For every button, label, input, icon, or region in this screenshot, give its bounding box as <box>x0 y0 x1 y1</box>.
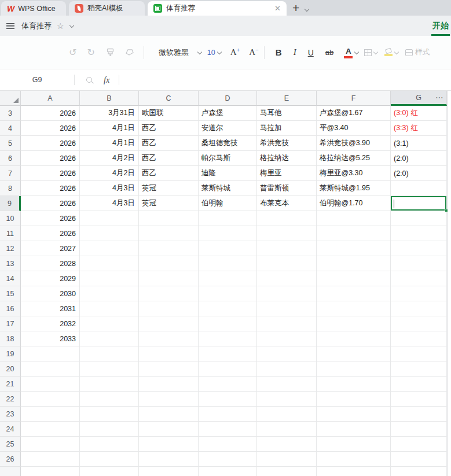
cell-D4[interactable]: 安道尔 <box>199 121 257 136</box>
cell-A18[interactable]: 2033 <box>21 331 80 346</box>
cell-B23[interactable] <box>80 407 139 422</box>
cell-D9[interactable]: 伯明翰 <box>199 196 257 211</box>
cell-A12[interactable]: 2027 <box>21 241 80 256</box>
cell-F17[interactable] <box>317 316 391 331</box>
row-header-14[interactable]: 14 <box>0 271 21 286</box>
cell-A20[interactable] <box>21 361 80 377</box>
cell-F20[interactable] <box>317 361 391 377</box>
main-menu-icon[interactable] <box>6 23 14 29</box>
cell-F27[interactable] <box>317 467 391 476</box>
cell-C11[interactable] <box>139 226 199 241</box>
cell-B4[interactable]: 4月1日 <box>80 121 139 136</box>
cell-A11[interactable]: 2026 <box>21 226 80 241</box>
cell-E21[interactable] <box>257 377 317 392</box>
cell-F3[interactable]: 卢森堡@1.67 <box>317 106 391 121</box>
cell-A13[interactable]: 2028 <box>21 256 80 271</box>
cell-B18[interactable] <box>80 331 139 346</box>
row-header-22[interactable]: 22 <box>0 392 21 407</box>
strikethrough-button[interactable]: ab <box>325 48 333 57</box>
cell-D24[interactable] <box>199 422 257 437</box>
cell-D14[interactable] <box>199 271 257 286</box>
cell-G11[interactable] <box>391 226 447 241</box>
row-header-24[interactable]: 24 <box>0 422 21 437</box>
cell-A10[interactable]: 2026 <box>21 211 80 226</box>
close-tab-icon[interactable]: ✕ <box>274 4 281 13</box>
cell-G15[interactable] <box>391 286 447 301</box>
cell-G19[interactable] <box>391 346 447 361</box>
cell-F22[interactable] <box>317 392 391 407</box>
new-tab-button[interactable]: + <box>292 2 299 14</box>
increase-font-button[interactable]: A+ <box>230 47 240 57</box>
cell-F16[interactable] <box>317 301 391 316</box>
cell-A23[interactable] <box>21 407 80 422</box>
column-header-C[interactable]: C <box>139 91 199 106</box>
column-header-A[interactable]: A <box>21 91 80 106</box>
decrease-font-button[interactable]: A− <box>249 47 259 57</box>
cell-A17[interactable]: 2032 <box>21 316 80 331</box>
cell-G10[interactable] <box>391 211 447 226</box>
cell-D10[interactable] <box>199 211 257 226</box>
cell-B9[interactable]: 4月3日 <box>80 196 139 211</box>
cell-A24[interactable] <box>21 422 80 437</box>
cell-E26[interactable] <box>257 452 317 467</box>
cell-C6[interactable]: 西乙 <box>139 151 199 166</box>
cell-C20[interactable] <box>139 361 199 377</box>
cell-A4[interactable]: 2026 <box>21 121 80 136</box>
cell-C5[interactable]: 西乙 <box>139 136 199 151</box>
font-name-chevron-icon[interactable] <box>197 49 202 54</box>
tab-sports-recommendation[interactable]: 体育推荐 ✕ <box>148 1 287 16</box>
column-header-D[interactable]: D <box>199 91 257 106</box>
eraser-icon[interactable] <box>124 48 134 57</box>
cell-D21[interactable] <box>199 377 257 392</box>
row-header-9[interactable]: 9 <box>0 196 21 211</box>
cell-A27[interactable] <box>21 467 80 476</box>
column-header-F[interactable]: F <box>317 91 391 106</box>
column-header-B[interactable]: B <box>80 91 139 106</box>
cell-A3[interactable]: 2026 <box>21 106 80 121</box>
cell-C16[interactable] <box>139 301 199 316</box>
row-header-6[interactable]: 6 <box>0 151 21 166</box>
cell-C19[interactable] <box>139 346 199 361</box>
cell-name-box[interactable]: G9 <box>0 76 74 84</box>
cell-B19[interactable] <box>80 346 139 361</box>
cell-D12[interactable] <box>199 241 257 256</box>
cell-E5[interactable]: 希洪竞技 <box>257 136 317 151</box>
row-header-17[interactable]: 17 <box>0 316 21 331</box>
cell-G16[interactable] <box>391 301 447 316</box>
cell-A15[interactable]: 2030 <box>21 286 80 301</box>
cell-E14[interactable] <box>257 271 317 286</box>
cell-G26[interactable] <box>391 452 447 467</box>
row-header-26[interactable]: 26 <box>0 452 21 467</box>
cell-F24[interactable] <box>317 422 391 437</box>
row-header-12[interactable]: 12 <box>0 241 21 256</box>
cell-D27[interactable] <box>199 467 257 476</box>
row-header-18[interactable]: 18 <box>0 331 21 346</box>
cell-G9[interactable] <box>391 196 447 211</box>
cell-G23[interactable] <box>391 407 447 422</box>
cell-A9[interactable]: 2026 <box>21 196 80 211</box>
ribbon-tab-home[interactable]: 开始 <box>431 21 450 36</box>
cell-E13[interactable] <box>257 256 317 271</box>
cell-G22[interactable] <box>391 392 447 407</box>
cell-C8[interactable]: 英冠 <box>139 181 199 196</box>
row-header-16[interactable]: 16 <box>0 301 21 316</box>
cell-G7[interactable]: (2:0) <box>391 166 447 181</box>
cell-B15[interactable] <box>80 286 139 301</box>
cell-E15[interactable] <box>257 286 317 301</box>
cell-B27[interactable] <box>80 467 139 476</box>
cell-E22[interactable] <box>257 392 317 407</box>
font-name-select[interactable]: 微软雅黑 <box>153 47 195 58</box>
row-header-3[interactable]: 3 <box>0 106 21 121</box>
cell-E19[interactable] <box>257 346 317 361</box>
cell-B26[interactable] <box>80 452 139 467</box>
cell-C26[interactable] <box>139 452 199 467</box>
cell-E23[interactable] <box>257 407 317 422</box>
font-color-button[interactable]: A <box>344 47 353 58</box>
column-header-E[interactable]: E <box>257 91 317 106</box>
cell-D6[interactable]: 帕尔马斯 <box>199 151 257 166</box>
row-header-7[interactable]: 7 <box>0 166 21 181</box>
cell-E12[interactable] <box>257 241 317 256</box>
cell-C25[interactable] <box>139 437 199 452</box>
cell-F21[interactable] <box>317 377 391 392</box>
cell-E24[interactable] <box>257 422 317 437</box>
